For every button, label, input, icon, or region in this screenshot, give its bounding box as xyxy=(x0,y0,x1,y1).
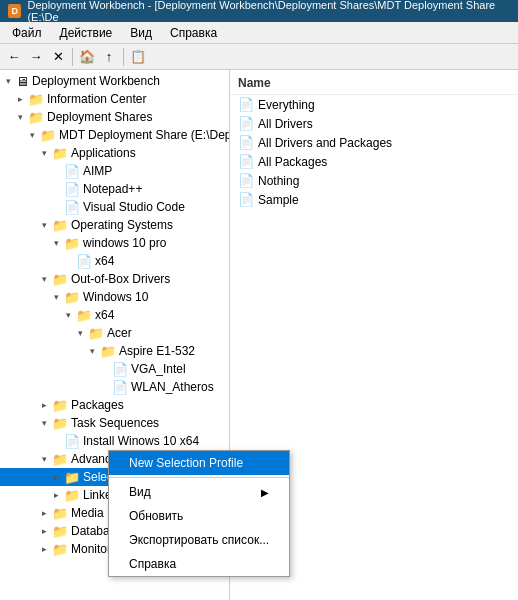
app-icon: D xyxy=(8,4,21,18)
right-item-icon-all-packages: 📄 xyxy=(238,154,254,169)
expand-btn-windows10pro[interactable]: ▾ xyxy=(48,235,64,251)
tree-node-acer[interactable]: ▾📁Acer xyxy=(0,324,229,342)
menu-file[interactable]: Файл xyxy=(4,24,50,42)
expand-btn-notepadpp[interactable] xyxy=(48,181,64,197)
folder-icon-windows10pro: 📁 xyxy=(64,236,80,251)
expand-btn-x64-os[interactable] xyxy=(60,253,76,269)
tree-node-task-sequences[interactable]: ▾📁Task Sequences xyxy=(0,414,229,432)
tree-label-packages: Packages xyxy=(71,398,124,412)
context-menu-item-refresh[interactable]: Обновить xyxy=(109,504,289,528)
menu-help[interactable]: Справка xyxy=(162,24,225,42)
tree-label-mdt-deployment-share: MDT Deployment Share (E:\DeploymentShare… xyxy=(59,128,230,142)
tree-node-windows10pro[interactable]: ▾📁windows 10 pro xyxy=(0,234,229,252)
expand-btn-packages[interactable]: ▸ xyxy=(36,397,52,413)
tree-node-wlan-atheros[interactable]: 📄WLAN_Atheros xyxy=(0,378,229,396)
tree-node-vga-intel[interactable]: 📄VGA_Intel xyxy=(0,360,229,378)
tree-node-x64-drv[interactable]: ▾📁x64 xyxy=(0,306,229,324)
expand-btn-task-sequences[interactable]: ▾ xyxy=(36,415,52,431)
tree-node-deployment-shares[interactable]: ▾📁Deployment Shares xyxy=(0,108,229,126)
back-button[interactable]: ← xyxy=(4,47,24,67)
menu-bar: Файл Действие Вид Справка xyxy=(0,22,518,44)
expand-btn-operating-systems[interactable]: ▾ xyxy=(36,217,52,233)
expand-btn-out-of-box-drivers[interactable]: ▾ xyxy=(36,271,52,287)
tree-node-vscode[interactable]: 📄Visual Studio Code xyxy=(0,198,229,216)
folder-icon-aimp: 📄 xyxy=(64,164,80,179)
context-menu-item-help[interactable]: Справка xyxy=(109,552,289,576)
folder-icon-mdt-deployment-share: 📁 xyxy=(40,128,56,143)
expand-btn-vscode[interactable] xyxy=(48,199,64,215)
right-item-sample[interactable]: 📄Sample xyxy=(230,190,518,209)
properties-button[interactable]: 📋 xyxy=(128,47,148,67)
up-button[interactable]: ↑ xyxy=(99,47,119,67)
toolbar-separator-2 xyxy=(123,48,124,66)
tree-node-aimp[interactable]: 📄AIMP xyxy=(0,162,229,180)
context-menu-label-help: Справка xyxy=(129,557,176,571)
home-button[interactable]: 🏠 xyxy=(77,47,97,67)
expand-btn-windows10-drv[interactable]: ▾ xyxy=(48,289,64,305)
expand-btn-vga-intel[interactable] xyxy=(96,361,112,377)
forward-button[interactable]: → xyxy=(26,47,46,67)
expand-btn-linked-deployments[interactable]: ▸ xyxy=(48,487,64,503)
tree-label-information-center: Information Center xyxy=(47,92,146,106)
tree-label-vga-intel: VGA_Intel xyxy=(131,362,186,376)
tree-label-windows10-drv: Windows 10 xyxy=(83,290,148,304)
right-item-nothing[interactable]: 📄Nothing xyxy=(230,171,518,190)
expand-btn-selection-profiles[interactable]: ▸ xyxy=(48,469,64,485)
context-menu-item-export[interactable]: Экспортировать список... xyxy=(109,528,289,552)
folder-icon-vga-intel: 📄 xyxy=(112,362,128,377)
context-menu-item-view[interactable]: Вид▶ xyxy=(109,480,289,504)
right-item-label-all-packages: All Packages xyxy=(258,155,327,169)
tree-label-install-windows: Install Winows 10 x64 xyxy=(83,434,199,448)
tree-node-mdt-deployment-share[interactable]: ▾📁MDT Deployment Share (E:\DeploymentSha… xyxy=(0,126,229,144)
expand-btn-acer[interactable]: ▾ xyxy=(72,325,88,341)
tree-node-information-center[interactable]: ▸📁Information Center xyxy=(0,90,229,108)
expand-btn-x64-drv[interactable]: ▾ xyxy=(60,307,76,323)
tree-node-deployment-workbench[interactable]: ▾🖥Deployment Workbench xyxy=(0,72,229,90)
expand-btn-deployment-shares[interactable]: ▾ xyxy=(12,109,28,125)
folder-icon-aspire-e1-532: 📁 xyxy=(100,344,116,359)
expand-btn-aimp[interactable] xyxy=(48,163,64,179)
tree-node-install-windows[interactable]: 📄Install Winows 10 x64 xyxy=(0,432,229,450)
expand-btn-advanced-config[interactable]: ▾ xyxy=(36,451,52,467)
folder-icon-install-windows: 📄 xyxy=(64,434,80,449)
context-menu-label-export: Экспортировать список... xyxy=(129,533,269,547)
expand-btn-install-windows[interactable] xyxy=(48,433,64,449)
context-menu-separator-1 xyxy=(109,477,289,478)
menu-view[interactable]: Вид xyxy=(122,24,160,42)
folder-icon-packages: 📁 xyxy=(52,398,68,413)
expand-btn-wlan-atheros[interactable] xyxy=(96,379,112,395)
right-item-all-drivers-packages[interactable]: 📄All Drivers and Packages xyxy=(230,133,518,152)
tree-label-aimp: AIMP xyxy=(83,164,112,178)
context-menu-item-new-selection-profile[interactable]: New Selection Profile xyxy=(109,451,289,475)
right-item-all-packages[interactable]: 📄All Packages xyxy=(230,152,518,171)
tree-node-applications[interactable]: ▾📁Applications xyxy=(0,144,229,162)
folder-icon-advanced-config: 📁 xyxy=(52,452,68,467)
tree-label-wlan-atheros: WLAN_Atheros xyxy=(131,380,214,394)
tree-node-notepadpp[interactable]: 📄Notepad++ xyxy=(0,180,229,198)
expand-btn-media[interactable]: ▸ xyxy=(36,505,52,521)
expand-btn-database[interactable]: ▸ xyxy=(36,523,52,539)
expand-btn-mdt-deployment-share[interactable]: ▾ xyxy=(24,127,40,143)
tree-label-deployment-shares: Deployment Shares xyxy=(47,110,152,124)
tree-node-packages[interactable]: ▸📁Packages xyxy=(0,396,229,414)
expand-btn-information-center[interactable]: ▸ xyxy=(12,91,28,107)
tree-node-windows10-drv[interactable]: ▾📁Windows 10 xyxy=(0,288,229,306)
title-bar: D Deployment Workbench - [Deployment Wor… xyxy=(0,0,518,22)
right-item-all-drivers[interactable]: 📄All Drivers xyxy=(230,114,518,133)
tree-node-out-of-box-drivers[interactable]: ▾📁Out-of-Box Drivers xyxy=(0,270,229,288)
folder-icon-acer: 📁 xyxy=(88,326,104,341)
expand-btn-aspire-e1-532[interactable]: ▾ xyxy=(84,343,100,359)
expand-btn-applications[interactable]: ▾ xyxy=(36,145,52,161)
context-menu-label-view: Вид xyxy=(129,485,151,499)
folder-icon-x64-os: 📄 xyxy=(76,254,92,269)
expand-btn-deployment-workbench[interactable]: ▾ xyxy=(0,73,16,89)
tree-node-x64-os[interactable]: 📄x64 xyxy=(0,252,229,270)
folder-icon-out-of-box-drivers: 📁 xyxy=(52,272,68,287)
expand-btn-monitoring[interactable]: ▸ xyxy=(36,541,52,557)
menu-action[interactable]: Действие xyxy=(52,24,121,42)
tree-node-aspire-e1-532[interactable]: ▾📁Aspire E1-532 xyxy=(0,342,229,360)
tree-node-operating-systems[interactable]: ▾📁Operating Systems xyxy=(0,216,229,234)
right-item-everything[interactable]: 📄Everything xyxy=(230,95,518,114)
right-item-icon-all-drivers-packages: 📄 xyxy=(238,135,254,150)
stop-button[interactable]: ✕ xyxy=(48,47,68,67)
